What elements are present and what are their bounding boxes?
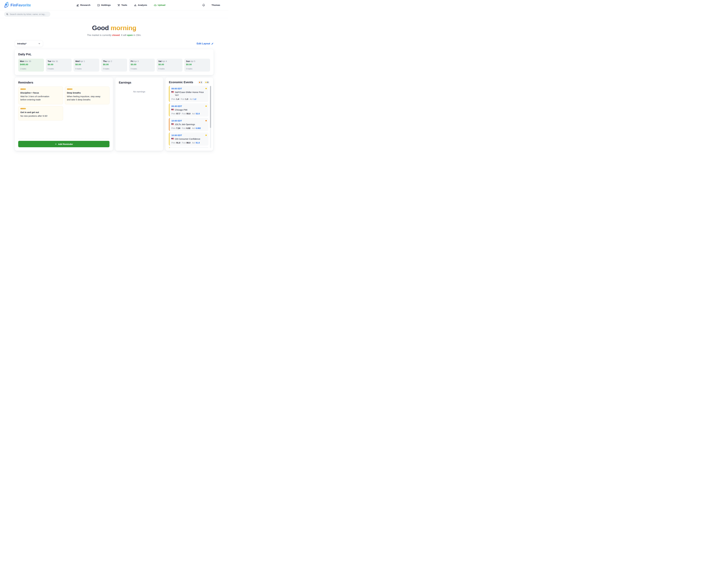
pnl-value: $0.00 bbox=[48, 63, 70, 66]
pnl-day-label: Fri bbox=[131, 60, 133, 62]
economic-event-card[interactable]: 10:00 EDTJOLTs Job OpeningsPrev7.24Fcst6… bbox=[169, 118, 208, 131]
dashboard-controls: Intraday* Edit Layout bbox=[15, 40, 214, 47]
pnl-day-card-tue[interactable]: Tue Mar 31$0.000 trades bbox=[46, 59, 72, 72]
earnings-panel: Earnings No earnings bbox=[115, 77, 163, 151]
market-open-word: open bbox=[127, 34, 133, 36]
events-scrollbar-track[interactable] bbox=[210, 86, 211, 148]
pnl-day-card-sun[interactable]: Sun Apr 5$0.000 trades bbox=[184, 59, 210, 72]
reminder-accent-pill bbox=[67, 88, 73, 90]
severity-dot-icon bbox=[205, 135, 207, 136]
us-flag-icon bbox=[172, 123, 174, 125]
timeframe-select[interactable]: Intraday* bbox=[15, 40, 43, 47]
edit-layout-button[interactable]: Edit Layout bbox=[197, 42, 214, 45]
nav-item-holdings[interactable]: Holdings bbox=[97, 4, 111, 6]
brand-name: FinFavorite bbox=[10, 3, 31, 7]
event-time: 09:00 EDT bbox=[172, 87, 182, 90]
economic-event-card[interactable]: 09:45 EDTChicago PMIPrev57.7Fcst55.0Act5… bbox=[169, 103, 208, 116]
pnl-trades-count: 0 trades bbox=[75, 68, 98, 70]
pnl-date-label: Mar 31 bbox=[52, 60, 58, 62]
events-scrollbar-thumb[interactable] bbox=[210, 86, 211, 128]
reminder-title: Get in and get out bbox=[20, 111, 61, 113]
event-name: CB Consumer Confidence bbox=[175, 138, 207, 140]
user-menu[interactable]: Thomas bbox=[212, 4, 220, 6]
upload-icon bbox=[154, 4, 157, 6]
pnl-day-card-mon[interactable]: Mon Mar 30$495.001 trades bbox=[18, 59, 44, 72]
event-name: Chicago PMI bbox=[175, 108, 207, 111]
pnl-day-card-sat[interactable]: Sat Apr 4$0.000 trades bbox=[157, 59, 182, 72]
reminder-card[interactable]: Discipline + focusWait for 3 tiers of co… bbox=[18, 87, 63, 104]
us-flag-icon bbox=[172, 138, 174, 140]
brand[interactable]: FinFavorite bbox=[4, 2, 48, 8]
daily-pnl-title: Daily PnL bbox=[18, 53, 210, 56]
event-stats: Prev91.0Fcst88.0Act91.8 bbox=[172, 142, 207, 144]
event-count-badge: 1 bbox=[198, 81, 203, 84]
research-icon bbox=[76, 4, 79, 6]
pnl-date-label: Apr 3 bbox=[134, 60, 139, 62]
economic-event-card[interactable]: 09:00 EDTS&P/Case-Shiller Home Price YoY… bbox=[169, 86, 208, 102]
pnl-day-label: Tue bbox=[48, 60, 51, 62]
reminder-card[interactable]: Get in and get outNo new positions after… bbox=[18, 106, 63, 121]
event-count-badge: 6 bbox=[204, 81, 210, 84]
economic-event-card[interactable]: 10:00 EDTCB Consumer ConfidencePrev91.0F… bbox=[169, 132, 208, 146]
tools-icon bbox=[118, 4, 120, 6]
economic-events-title: Economic Events bbox=[169, 81, 193, 84]
pnl-value: $495.00 bbox=[20, 63, 42, 66]
economic-events-panel: Economic Events 16 09:00 EDTS&P/Case-Shi… bbox=[165, 77, 213, 151]
finfavorite-logo-icon bbox=[4, 2, 9, 8]
event-time: 10:00 EDT bbox=[172, 134, 182, 137]
reminders-grid: Discipline + focusWait for 3 tiers of co… bbox=[18, 87, 109, 120]
greeting-section: Good morning The market is currently clo… bbox=[0, 24, 228, 36]
add-reminder-button[interactable]: Add Reminder bbox=[18, 141, 109, 147]
us-flag-icon bbox=[172, 109, 174, 110]
severity-dot-icon bbox=[199, 82, 200, 83]
pnl-day-label: Thu bbox=[103, 60, 107, 62]
earnings-title: Earnings bbox=[119, 81, 160, 84]
reminder-body: No new positions after 9:30! bbox=[20, 114, 56, 117]
events-list: 09:00 EDTS&P/Case-Shiller Home Price YoY… bbox=[169, 86, 211, 148]
pnl-value: $0.00 bbox=[75, 63, 98, 66]
pnl-day-label: Sun bbox=[186, 60, 190, 62]
pnl-day-label: Sat bbox=[158, 60, 162, 62]
us-flag-icon bbox=[172, 91, 174, 93]
reminder-title: Deep breaths bbox=[67, 91, 107, 94]
economic-event-card[interactable]: 12:00 EDT bbox=[169, 147, 208, 148]
pencil-icon bbox=[211, 43, 214, 45]
reminder-accent-pill bbox=[20, 88, 26, 90]
event-time: 09:45 EDT bbox=[172, 105, 182, 107]
search-row bbox=[0, 10, 228, 18]
severity-dot-icon bbox=[205, 82, 207, 83]
pnl-day-card-fri[interactable]: Fri Apr 3$0.000 trades bbox=[129, 59, 155, 72]
severity-dot-icon bbox=[205, 106, 207, 107]
pnl-day-card-wed[interactable]: Wed Apr 1$0.000 trades bbox=[74, 59, 99, 72]
nav-item-tools[interactable]: Tools bbox=[118, 4, 127, 6]
reminders-panel: Reminders Discipline + focusWait for 3 t… bbox=[15, 77, 113, 151]
event-stats: Prev1.4Fcst1.3Act1.2 bbox=[172, 98, 207, 100]
nav-item-analysis[interactable]: Analysis bbox=[134, 4, 147, 6]
pnl-date-label: Apr 1 bbox=[80, 60, 85, 62]
reminder-body: Wait for 3 tiers of confirmation before … bbox=[20, 95, 56, 101]
app-header: FinFavorite ResearchHoldingsToolsAnalysi… bbox=[0, 0, 228, 10]
reminder-card[interactable]: Deep breathsWhen feeling impulsive, step… bbox=[65, 87, 110, 104]
pnl-trades-count: 0 trades bbox=[158, 68, 181, 70]
pnl-value: $0.00 bbox=[131, 63, 153, 66]
nav-label: Holdings bbox=[101, 4, 111, 6]
event-name: JOLTs Job Openings bbox=[175, 123, 207, 126]
reminder-body: When feeling impulsive, step away and ta… bbox=[67, 95, 103, 101]
search-box[interactable] bbox=[4, 11, 50, 17]
pnl-day-label: Wed bbox=[75, 60, 79, 62]
pnl-day-card-thu[interactable]: Thu Apr 2$0.000 trades bbox=[101, 59, 127, 72]
plus-icon bbox=[55, 143, 57, 145]
market-closed-word: closed bbox=[112, 34, 120, 36]
nav-item-research[interactable]: Research bbox=[76, 4, 90, 6]
notifications-bell-icon[interactable] bbox=[202, 4, 205, 7]
severity-dot-icon bbox=[205, 120, 207, 121]
pnl-value: $0.00 bbox=[186, 63, 208, 66]
pnl-value: $0.00 bbox=[158, 63, 181, 66]
holdings-icon bbox=[97, 4, 100, 6]
pnl-week-row: Mon Mar 30$495.001 tradesTue Mar 31$0.00… bbox=[18, 59, 210, 72]
severity-dot-icon bbox=[205, 88, 207, 89]
search-input[interactable] bbox=[10, 13, 48, 16]
nav-label: Analysis bbox=[138, 4, 147, 6]
earnings-empty-state: No earnings bbox=[119, 90, 160, 93]
nav-item-upload[interactable]: Upload bbox=[154, 4, 165, 6]
